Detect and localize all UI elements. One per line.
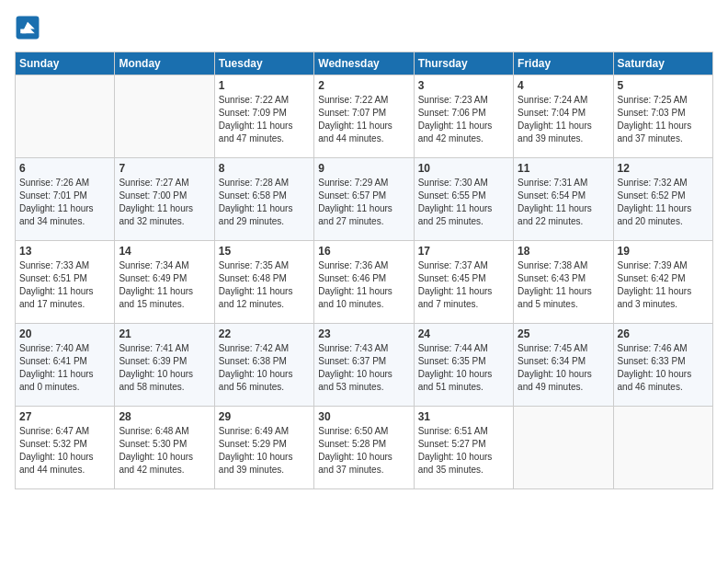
day-info: Sunrise: 7:24 AM Sunset: 7:04 PM Dayligh… [518,94,609,145]
day-number: 30 [318,410,409,423]
calendar-cell: 12Sunrise: 7:32 AM Sunset: 6:52 PM Dayli… [613,158,712,241]
day-number: 7 [119,162,210,175]
day-info: Sunrise: 6:49 AM Sunset: 5:29 PM Dayligh… [219,425,310,477]
day-number: 3 [418,79,509,92]
calendar-cell: 21Sunrise: 7:41 AM Sunset: 6:39 PM Dayli… [115,324,214,407]
day-info: Sunrise: 7:37 AM Sunset: 6:45 PM Dayligh… [418,259,509,311]
calendar-cell: 31Sunrise: 6:51 AM Sunset: 5:27 PM Dayli… [414,407,513,489]
day-number: 10 [418,162,509,175]
calendar-cell: 18Sunrise: 7:38 AM Sunset: 6:43 PM Dayli… [514,241,613,324]
day-number: 23 [318,327,409,340]
calendar-cell: 20Sunrise: 7:40 AM Sunset: 6:41 PM Dayli… [16,324,115,407]
day-info: Sunrise: 7:42 AM Sunset: 6:38 PM Dayligh… [219,342,310,394]
calendar-cell: 29Sunrise: 6:49 AM Sunset: 5:29 PM Dayli… [214,407,313,489]
day-number: 5 [618,79,709,92]
calendar-cell: 19Sunrise: 7:39 AM Sunset: 6:42 PM Dayli… [613,241,712,324]
day-number: 22 [219,327,310,340]
calendar-cell: 7Sunrise: 7:27 AM Sunset: 7:00 PM Daylig… [115,158,214,241]
calendar-cell: 6Sunrise: 7:26 AM Sunset: 7:01 PM Daylig… [16,158,115,241]
day-info: Sunrise: 6:51 AM Sunset: 5:27 PM Dayligh… [418,425,509,477]
day-number: 24 [418,327,509,340]
calendar-cell: 16Sunrise: 7:36 AM Sunset: 6:46 PM Dayli… [314,241,414,324]
day-number: 16 [318,245,409,258]
day-number: 8 [219,162,310,175]
weekday-header-wednesday: Wednesday [314,52,414,75]
calendar-cell: 25Sunrise: 7:45 AM Sunset: 6:34 PM Dayli… [514,324,613,407]
page-header [15,15,713,40]
calendar-cell [16,75,115,158]
logo-icon [15,15,40,40]
svg-rect-2 [20,29,26,34]
calendar-cell: 4Sunrise: 7:24 AM Sunset: 7:04 PM Daylig… [514,75,613,158]
day-number: 18 [518,245,609,258]
calendar-cell: 5Sunrise: 7:25 AM Sunset: 7:03 PM Daylig… [613,75,712,158]
weekday-header-thursday: Thursday [414,52,513,75]
calendar-cell: 15Sunrise: 7:35 AM Sunset: 6:48 PM Dayli… [214,241,313,324]
weekday-header-monday: Monday [115,52,214,75]
calendar-cell: 10Sunrise: 7:30 AM Sunset: 6:55 PM Dayli… [414,158,513,241]
calendar-week-4: 20Sunrise: 7:40 AM Sunset: 6:41 PM Dayli… [16,324,713,407]
day-info: Sunrise: 7:30 AM Sunset: 6:55 PM Dayligh… [418,177,509,228]
day-info: Sunrise: 7:34 AM Sunset: 6:49 PM Dayligh… [119,259,210,311]
day-number: 9 [318,162,409,175]
calendar-cell: 9Sunrise: 7:29 AM Sunset: 6:57 PM Daylig… [314,158,414,241]
day-number: 14 [119,245,210,258]
day-info: Sunrise: 7:33 AM Sunset: 6:51 PM Dayligh… [19,259,110,311]
calendar-cell: 28Sunrise: 6:48 AM Sunset: 5:30 PM Dayli… [115,407,214,489]
day-number: 1 [219,79,310,92]
day-info: Sunrise: 7:22 AM Sunset: 7:07 PM Dayligh… [318,94,409,145]
day-number: 15 [219,245,310,258]
day-number: 21 [119,327,210,340]
day-number: 4 [518,79,609,92]
day-number: 19 [618,245,709,258]
weekday-header-row: SundayMondayTuesdayWednesdayThursdayFrid… [16,52,713,75]
calendar-cell: 2Sunrise: 7:22 AM Sunset: 7:07 PM Daylig… [314,75,414,158]
day-number: 13 [19,245,110,258]
day-info: Sunrise: 7:38 AM Sunset: 6:43 PM Dayligh… [518,259,609,311]
day-info: Sunrise: 7:22 AM Sunset: 7:09 PM Dayligh… [219,94,310,145]
calendar-cell: 23Sunrise: 7:43 AM Sunset: 6:37 PM Dayli… [314,324,414,407]
calendar-cell [613,407,712,489]
day-info: Sunrise: 6:50 AM Sunset: 5:28 PM Dayligh… [318,425,409,477]
day-number: 27 [19,410,110,423]
day-number: 29 [219,410,310,423]
calendar-cell: 8Sunrise: 7:28 AM Sunset: 6:58 PM Daylig… [214,158,313,241]
calendar-cell [115,75,214,158]
logo [15,15,44,40]
day-info: Sunrise: 7:29 AM Sunset: 6:57 PM Dayligh… [318,177,409,228]
day-info: Sunrise: 6:48 AM Sunset: 5:30 PM Dayligh… [119,425,210,477]
day-info: Sunrise: 7:27 AM Sunset: 7:00 PM Dayligh… [119,177,210,228]
calendar-cell: 17Sunrise: 7:37 AM Sunset: 6:45 PM Dayli… [414,241,513,324]
weekday-header-friday: Friday [514,52,613,75]
calendar-cell: 13Sunrise: 7:33 AM Sunset: 6:51 PM Dayli… [16,241,115,324]
calendar-cell: 26Sunrise: 7:46 AM Sunset: 6:33 PM Dayli… [613,324,712,407]
calendar-cell: 1Sunrise: 7:22 AM Sunset: 7:09 PM Daylig… [214,75,313,158]
day-info: Sunrise: 7:32 AM Sunset: 6:52 PM Dayligh… [618,177,709,228]
day-info: Sunrise: 7:44 AM Sunset: 6:35 PM Dayligh… [418,342,509,394]
day-info: Sunrise: 6:47 AM Sunset: 5:32 PM Dayligh… [19,425,110,477]
calendar-cell: 27Sunrise: 6:47 AM Sunset: 5:32 PM Dayli… [16,407,115,489]
day-info: Sunrise: 7:31 AM Sunset: 6:54 PM Dayligh… [518,177,609,228]
day-info: Sunrise: 7:41 AM Sunset: 6:39 PM Dayligh… [119,342,210,394]
calendar-table: SundayMondayTuesdayWednesdayThursdayFrid… [15,52,713,489]
day-info: Sunrise: 7:39 AM Sunset: 6:42 PM Dayligh… [618,259,709,311]
day-number: 20 [19,327,110,340]
page-container: SundayMondayTuesdayWednesdayThursdayFrid… [0,0,728,504]
day-number: 12 [618,162,709,175]
day-info: Sunrise: 7:46 AM Sunset: 6:33 PM Dayligh… [618,342,709,394]
calendar-cell: 22Sunrise: 7:42 AM Sunset: 6:38 PM Dayli… [214,324,313,407]
day-info: Sunrise: 7:45 AM Sunset: 6:34 PM Dayligh… [518,342,609,394]
day-number: 26 [618,327,709,340]
calendar-week-1: 1Sunrise: 7:22 AM Sunset: 7:09 PM Daylig… [16,75,713,158]
day-info: Sunrise: 7:28 AM Sunset: 6:58 PM Dayligh… [219,177,310,228]
calendar-cell: 14Sunrise: 7:34 AM Sunset: 6:49 PM Dayli… [115,241,214,324]
day-number: 6 [19,162,110,175]
day-info: Sunrise: 7:25 AM Sunset: 7:03 PM Dayligh… [618,94,709,145]
calendar-cell: 3Sunrise: 7:23 AM Sunset: 7:06 PM Daylig… [414,75,513,158]
calendar-week-3: 13Sunrise: 7:33 AM Sunset: 6:51 PM Dayli… [16,241,713,324]
weekday-header-sunday: Sunday [16,52,115,75]
day-info: Sunrise: 7:35 AM Sunset: 6:48 PM Dayligh… [219,259,310,311]
calendar-cell: 11Sunrise: 7:31 AM Sunset: 6:54 PM Dayli… [514,158,613,241]
day-info: Sunrise: 7:43 AM Sunset: 6:37 PM Dayligh… [318,342,409,394]
day-number: 31 [418,410,509,423]
